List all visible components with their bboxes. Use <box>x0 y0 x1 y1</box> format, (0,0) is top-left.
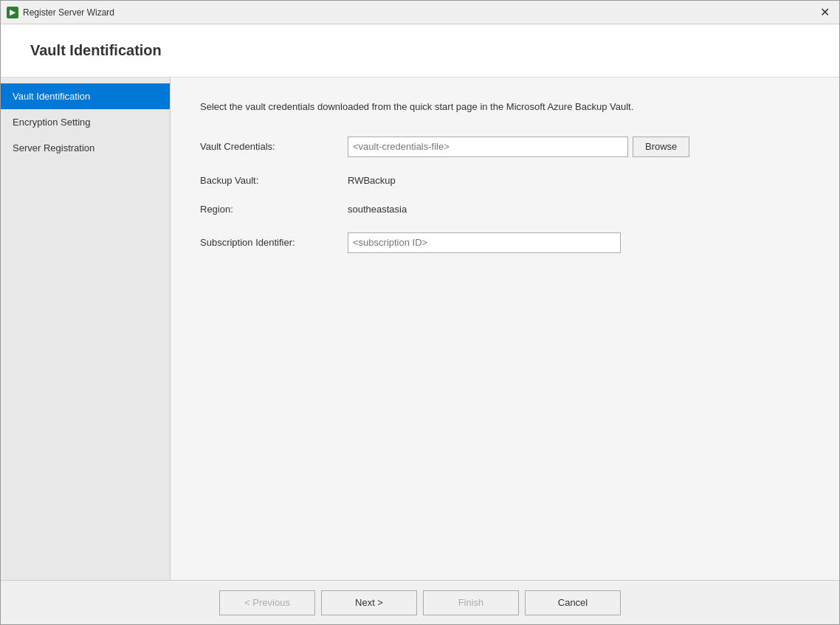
next-button[interactable]: Next > <box>321 590 417 615</box>
region-value: southeastasia <box>348 204 407 215</box>
subscription-row: Subscription Identifier: <box>200 232 810 253</box>
sidebar: Vault Identification Encryption Setting … <box>1 77 171 580</box>
region-row: Region: southeastasia <box>200 204 810 215</box>
wizard-title: Vault Identification <box>30 42 810 59</box>
window-title: Register Server Wizard <box>23 7 114 18</box>
browse-button[interactable]: Browse <box>633 137 689 157</box>
close-button[interactable]: ✕ <box>816 4 833 21</box>
app-icon: ▶ <box>7 7 18 18</box>
title-bar: ▶ Register Server Wizard ✕ <box>1 1 839 24</box>
content-area: Select the vault credentials downloaded … <box>171 77 839 580</box>
sidebar-item-vault-identification[interactable]: Vault Identification <box>1 83 170 109</box>
vault-credentials-input[interactable] <box>348 137 628 157</box>
cancel-button[interactable]: Cancel <box>525 590 621 615</box>
subscription-input[interactable] <box>348 232 621 253</box>
subscription-label: Subscription Identifier: <box>200 237 348 248</box>
sidebar-item-server-registration[interactable]: Server Registration <box>1 135 170 161</box>
vault-credentials-label: Vault Credentials: <box>200 141 348 152</box>
backup-vault-value: RWBackup <box>348 175 396 186</box>
backup-vault-label: Backup Vault: <box>200 175 348 186</box>
wizard-footer: < Previous Next > Finish Cancel <box>1 580 839 624</box>
wizard-header: Vault Identification <box>1 24 839 77</box>
title-bar-left: ▶ Register Server Wizard <box>7 7 114 18</box>
wizard-body: Vault Identification Encryption Setting … <box>1 77 839 580</box>
sidebar-item-encryption-setting[interactable]: Encryption Setting <box>1 109 170 135</box>
finish-button[interactable]: Finish <box>423 590 519 615</box>
region-label: Region: <box>200 204 348 215</box>
form-area: Vault Credentials: Browse Backup Vault: … <box>200 137 810 559</box>
backup-vault-row: Backup Vault: RWBackup <box>200 175 810 186</box>
previous-button[interactable]: < Previous <box>219 590 315 615</box>
vault-credentials-row: Vault Credentials: Browse <box>200 137 810 157</box>
wizard-window: ▶ Register Server Wizard ✕ Vault Identif… <box>0 0 840 625</box>
content-description: Select the vault credentials downloaded … <box>200 100 717 114</box>
